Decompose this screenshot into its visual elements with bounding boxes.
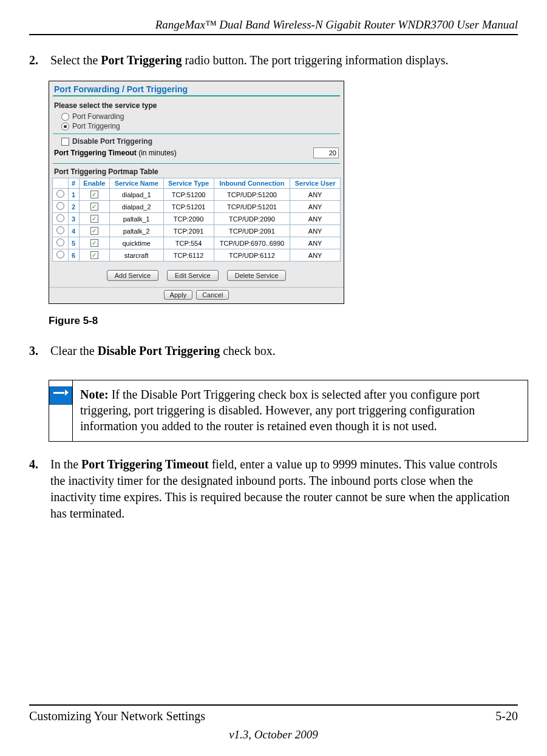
row-enable-checkbox[interactable]: ✓ [79,189,109,201]
row-service-type: TCP:554 [163,237,214,249]
disable-port-triggering-checkbox[interactable]: Disable Port Triggering [49,137,344,146]
table-row: 6✓starcraftTCP:6112TCP/UDP:6112ANY [53,249,341,262]
table-row: 2✓dialpad_2TCP:51201TCP/UDP:51201ANY [53,201,341,213]
checkbox-label: Disable Port Triggering [72,137,152,146]
row-enable-checkbox[interactable]: ✓ [79,237,109,249]
col-enable: Enable [79,178,109,189]
row-service-name: starcraft [109,249,163,262]
step-2: 2. Select the Port Triggering radio butt… [29,52,518,69]
step-3-bold: Disable Port Triggering [98,344,220,357]
step-3-pre: Clear the [50,344,98,357]
step-3: 3. Clear the Disable Port Triggering che… [29,343,518,359]
portmap-table-label: Port Triggering Portmap Table [49,166,344,178]
timeout-input[interactable]: 20 [313,147,339,158]
row-service-type: TCP:2091 [163,225,214,237]
arrow-note-icon [49,386,72,405]
step-number: 4. [29,456,47,473]
note-text-body: If the Disable Port Triggering check box… [80,388,480,433]
note-box: Note: If the Disable Port Triggering che… [49,380,528,442]
row-service-type: TCP:6112 [163,249,214,262]
radio-label: Port Forwarding [72,112,124,121]
row-service-user: ANY [290,225,341,237]
edit-service-button[interactable]: Edit Service [167,270,219,281]
col-service-type: Service Type [163,178,214,189]
page-footer: Customizing Your Network Settings 5-20 [29,704,518,723]
delete-service-button[interactable]: Delete Service [227,270,287,281]
row-service-type: TCP:2090 [163,213,214,225]
step-4: 4. In the Port Triggering Timeout field,… [29,456,518,522]
row-service-user: ANY [290,201,341,213]
step-2-bold: Port Triggering [101,53,182,67]
table-row: 3✓paltalk_1TCP:2090TCP/UDP:2090ANY [53,213,341,225]
row-service-name: quicktime [109,237,163,249]
timeout-label: Port Triggering Timeout (in minutes) [54,149,177,157]
row-number: 6 [68,249,79,262]
row-service-name: paltalk_2 [109,225,163,237]
step-4-bold: Port Triggering Timeout [81,457,209,471]
figure-caption: Figure 5-8 [49,315,518,327]
col-service-user: Service User [290,178,341,189]
col-inbound: Inbound Connection [214,178,290,189]
radio-port-forwarding[interactable]: Port Forwarding [49,112,344,121]
step-3-post: check box. [220,344,276,357]
add-service-button[interactable]: Add Service [107,270,158,281]
radio-icon [61,113,69,121]
row-service-name: dialpad_1 [109,189,163,201]
table-row: 1✓dialpad_1TCP:51200TCP/UDP:51200ANY [53,189,341,201]
col-num: # [68,178,79,189]
row-select-radio[interactable] [53,213,69,225]
panel-title: Port Forwarding / Port Triggering [49,81,344,95]
row-number: 4 [68,225,79,237]
row-service-user: ANY [290,237,341,249]
row-number: 2 [68,201,79,213]
apply-button[interactable]: Apply [164,290,193,300]
step-number: 3. [29,343,47,359]
row-service-user: ANY [290,213,341,225]
footer-left: Customizing Your Network Settings [29,709,205,723]
page-header: RangeMax™ Dual Band Wireless-N Gigabit R… [29,18,518,35]
row-service-name: paltalk_1 [109,213,163,225]
radio-label: Port Triggering [72,122,120,130]
select-service-label: Please select the service type [49,100,344,112]
row-enable-checkbox[interactable]: ✓ [79,201,109,213]
row-inbound: TCP/UDP:2091 [214,225,290,237]
row-service-type: TCP:51201 [163,201,214,213]
row-service-name: dialpad_2 [109,201,163,213]
row-enable-checkbox[interactable]: ✓ [79,225,109,237]
row-number: 3 [68,213,79,225]
step-2-pre: Select the [50,53,101,67]
row-number: 1 [68,189,79,201]
row-select-radio[interactable] [53,225,69,237]
step-number: 2. [29,52,47,69]
portmap-table: # Enable Service Name Service Type Inbou… [52,178,341,262]
cancel-button[interactable]: Cancel [196,290,229,300]
row-inbound: TCP/UDP:6112 [214,249,290,262]
footer-right: 5-20 [495,709,518,723]
row-select-radio[interactable] [53,201,69,213]
radio-icon [61,123,69,130]
row-enable-checkbox[interactable]: ✓ [79,249,109,262]
row-number: 5 [68,237,79,249]
row-inbound: TCP/UDP:6970..6990 [214,237,290,249]
row-select-radio[interactable] [53,249,69,262]
row-select-radio[interactable] [53,237,69,249]
radio-port-triggering[interactable]: Port Triggering [49,121,344,131]
figure-5-8: Port Forwarding / Port Triggering Please… [49,81,344,304]
col-select [53,178,69,189]
row-service-user: ANY [290,249,341,262]
step-2-post: radio button. The port triggering inform… [182,53,448,67]
table-row: 4✓paltalk_2TCP:2091TCP/UDP:2091ANY [53,225,341,237]
note-bold: Note: [80,388,109,401]
step-4-pre: In the [50,457,81,471]
row-inbound: TCP/UDP:51201 [214,201,290,213]
row-inbound: TCP/UDP:51200 [214,189,290,201]
row-service-type: TCP:51200 [163,189,214,201]
table-row: 5✓quicktimeTCP:554TCP/UDP:6970..6990ANY [53,237,341,249]
row-select-radio[interactable] [53,189,69,201]
row-inbound: TCP/UDP:2090 [214,213,290,225]
checkbox-icon [61,138,69,146]
col-service-name: Service Name [109,178,163,189]
row-enable-checkbox[interactable]: ✓ [79,213,109,225]
footer-sub: v1.3, October 2009 [29,728,518,756]
row-service-user: ANY [290,189,341,201]
